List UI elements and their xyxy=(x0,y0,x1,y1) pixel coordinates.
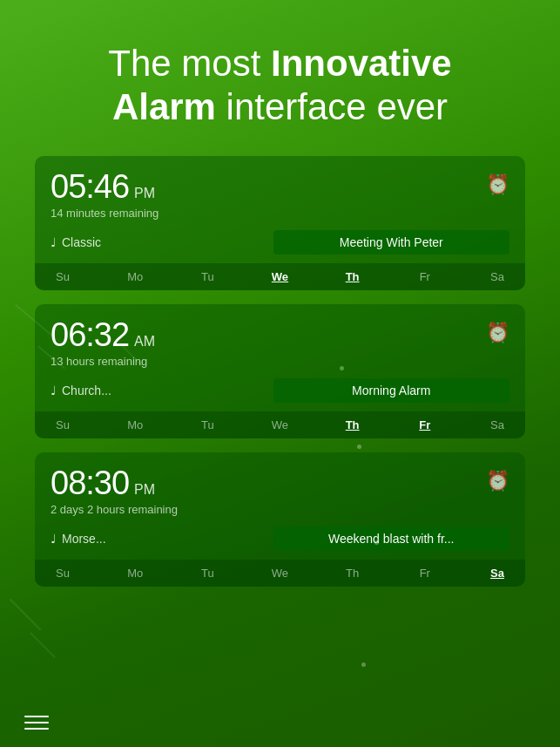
day-su-3: Su xyxy=(51,567,75,580)
alarm-sound-2: ♩ Church... xyxy=(51,384,267,397)
hamburger-line-3 xyxy=(24,728,49,730)
alarm-top-1: 05:46 PM 14 minutes remaining ⏰ xyxy=(35,156,525,230)
alarm-time-block-3: 08:30 PM 2 days 2 hours remaining xyxy=(51,465,178,523)
alarm-bell-icon-3: ⏰ xyxy=(486,470,509,492)
alarm-top-3: 08:30 PM 2 days 2 hours remaining ⏰ xyxy=(35,452,525,526)
alarm-middle-1: ♩ Classic Meeting With Peter xyxy=(51,230,509,255)
day-th-3: Th xyxy=(341,567,365,580)
alarm-ampm-3: PM xyxy=(134,482,155,498)
decorative-dot xyxy=(340,366,344,370)
alarm-ampm-2: AM xyxy=(134,334,155,350)
day-su-1: Su xyxy=(51,270,75,283)
alarm-hour-3: 08:30 xyxy=(51,465,129,502)
music-note-icon-2: ♩ xyxy=(51,384,57,397)
alarm-card-1[interactable]: 05:46 PM 14 minutes remaining ⏰ ♩ Classi… xyxy=(35,156,525,290)
day-fr-2: Fr xyxy=(413,418,437,431)
day-fr-3: Fr xyxy=(413,567,437,580)
day-tu-1: Tu xyxy=(195,270,219,283)
bottom-menu[interactable] xyxy=(24,716,49,730)
alarm-top-2: 06:32 AM 13 hours remaining ⏰ xyxy=(35,304,525,378)
alarm-time-block-2: 06:32 AM 13 hours remaining xyxy=(51,316,155,375)
alarm-middle-3: ♩ Morse... Weekend blast with fr... xyxy=(51,526,509,551)
alarm-time-block-1: 05:46 PM 14 minutes remaining xyxy=(51,168,159,227)
decorative-dot xyxy=(361,662,366,667)
day-fr-1: Fr xyxy=(413,270,437,283)
day-tu-3: Tu xyxy=(195,567,219,580)
day-sa-1: Sa xyxy=(485,270,509,283)
day-we-3: We xyxy=(267,567,292,580)
day-th-1: Th xyxy=(341,270,365,283)
hamburger-button[interactable] xyxy=(24,716,49,730)
alarm-sound-3: ♩ Morse... xyxy=(51,532,267,546)
day-sa-2: Sa xyxy=(485,418,509,431)
alarm-hour-2: 06:32 xyxy=(51,316,129,354)
alarm-sound-1: ♩ Classic xyxy=(51,235,267,249)
decorative-dot xyxy=(374,540,379,545)
alarm-days-3: Su Mo Tu We Th Fr Sa xyxy=(35,560,525,587)
hamburger-line-1 xyxy=(24,716,49,717)
day-th-2: Th xyxy=(341,418,365,431)
app-header: The most Innovative Alarm interface ever xyxy=(0,0,560,156)
day-mo-2: Mo xyxy=(123,418,147,431)
alarm-middle-2: ♩ Church... Morning Alarm xyxy=(51,378,509,403)
alarm-label-3: Weekend blast with fr... xyxy=(273,526,510,551)
alarm-card-2[interactable]: 06:32 AM 13 hours remaining ⏰ ♩ Church..… xyxy=(35,304,525,438)
alarms-list: 05:46 PM 14 minutes remaining ⏰ ♩ Classi… xyxy=(0,156,560,601)
alarm-label-1: Meeting With Peter xyxy=(273,230,510,255)
day-we-2: We xyxy=(267,418,292,431)
day-mo-1: Mo xyxy=(123,270,147,283)
decorative-dot xyxy=(357,445,361,449)
hamburger-line-2 xyxy=(24,722,49,723)
alarm-card-3[interactable]: 08:30 PM 2 days 2 hours remaining ⏰ ♩ Mo… xyxy=(35,452,525,587)
alarm-remaining-3: 2 days 2 hours remaining xyxy=(51,503,178,523)
alarm-days-1: Su Mo Tu We Th Fr Sa xyxy=(35,263,525,290)
day-su-2: Su xyxy=(51,418,75,431)
alarm-label-2: Morning Alarm xyxy=(273,378,510,403)
alarm-bell-icon-2: ⏰ xyxy=(486,322,509,344)
alarm-remaining-2: 13 hours remaining xyxy=(51,355,155,375)
alarm-days-2: Su Mo Tu We Th Fr Sa xyxy=(35,411,525,438)
music-note-icon-1: ♩ xyxy=(51,235,57,249)
app-tagline: The most Innovative Alarm interface ever xyxy=(52,42,508,130)
day-sa-3: Sa xyxy=(485,567,509,580)
alarm-time-3: 08:30 PM xyxy=(51,465,178,502)
day-tu-2: Tu xyxy=(195,418,219,431)
day-mo-3: Mo xyxy=(123,567,147,580)
alarm-ampm-1: PM xyxy=(134,186,155,201)
alarm-remaining-1: 14 minutes remaining xyxy=(51,207,159,227)
alarm-hour-1: 05:46 xyxy=(51,168,129,206)
alarm-bell-icon-1: ⏰ xyxy=(486,173,509,196)
day-we-1: We xyxy=(267,270,292,283)
music-note-icon-3: ♩ xyxy=(51,532,57,546)
alarm-time-1: 05:46 PM xyxy=(51,168,159,206)
alarm-time-2: 06:32 AM xyxy=(51,316,155,354)
